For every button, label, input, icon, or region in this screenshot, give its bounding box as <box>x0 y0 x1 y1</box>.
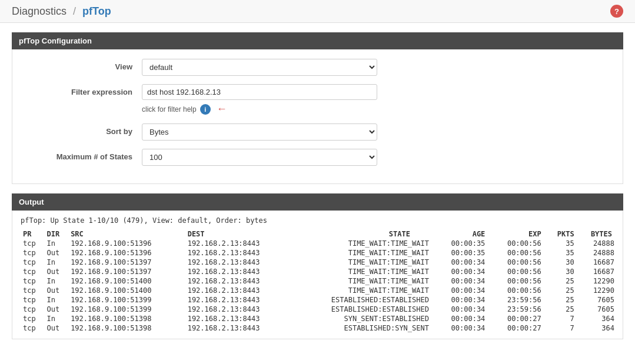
maxstates-label: Maximum # of States <box>24 149 142 161</box>
table-cell: 25 <box>546 305 579 314</box>
table-cell: tcp <box>21 295 45 305</box>
table-cell: In <box>45 239 69 248</box>
view-row: View default long state time rules size … <box>24 59 611 76</box>
table-cell: 192.168.2.13:8443 <box>185 248 291 258</box>
table-cell: 00:00:34 <box>434 314 490 323</box>
table-cell: 25 <box>546 286 579 295</box>
table-header-row: PR DIR SRC DEST STATE AGE EXP PKTS BYTES <box>21 229 614 239</box>
table-cell: 00:00:56 <box>490 248 546 258</box>
main-content: pfTop Configuration View default long st… <box>0 23 635 349</box>
table-cell: 192.168.9.100:51400 <box>68 286 185 295</box>
maxstates-control-wrap: 25 50 100 200 500 1000 <box>142 149 611 166</box>
view-control-wrap: default long state time rules size speed… <box>142 59 611 76</box>
table-cell: 192.168.2.13:8443 <box>185 286 291 295</box>
table-cell: 30 <box>546 258 579 267</box>
table-cell: 00:00:35 <box>434 239 490 248</box>
table-cell: 364 <box>579 314 614 323</box>
maxstates-row: Maximum # of States 25 50 100 200 500 10… <box>24 149 611 166</box>
col-state: STATE <box>290 229 434 239</box>
table-cell: 192.168.2.13:8443 <box>185 314 291 323</box>
table-row: tcpOut192.168.9.100:51399192.168.2.13:84… <box>21 305 614 314</box>
table-cell: 7605 <box>579 305 614 314</box>
table-cell: 192.168.2.13:8443 <box>185 258 291 267</box>
table-row: tcpOut192.168.9.100:51396192.168.2.13:84… <box>21 248 614 258</box>
table-cell: 35 <box>546 239 579 248</box>
page-header: Diagnostics / pfTop ? <box>0 0 635 23</box>
output-section-header: Output <box>12 193 623 211</box>
table-cell: 192.168.9.100:51397 <box>68 267 185 276</box>
table-cell: 00:00:34 <box>434 276 490 286</box>
col-bytes: BYTES <box>579 229 614 239</box>
table-cell: 192.168.9.100:51396 <box>68 239 185 248</box>
col-pr: PR <box>21 229 45 239</box>
table-cell: 192.168.9.100:51396 <box>68 248 185 258</box>
arrow-indicator: ← <box>217 103 227 115</box>
filter-control-wrap: click for filter help i ← <box>142 84 611 115</box>
table-cell: 192.168.2.13:8443 <box>185 305 291 314</box>
table-cell: 00:00:34 <box>434 323 490 333</box>
table-cell: 35 <box>546 248 579 258</box>
filter-help-link[interactable]: click for filter help <box>142 105 197 113</box>
table-cell: 25 <box>546 276 579 286</box>
view-label: View <box>24 59 142 71</box>
table-cell: 192.168.9.100:51399 <box>68 305 185 314</box>
maxstates-select[interactable]: 25 50 100 200 500 1000 <box>142 149 377 166</box>
table-cell: In <box>45 276 69 286</box>
table-cell: Out <box>45 267 69 276</box>
table-cell: 12290 <box>579 286 614 295</box>
table-cell: 00:00:56 <box>490 258 546 267</box>
table-cell: 192.168.2.13:8443 <box>185 323 291 333</box>
output-table: PR DIR SRC DEST STATE AGE EXP PKTS BYTES… <box>21 229 614 333</box>
table-row: tcpOut192.168.9.100:51398192.168.2.13:84… <box>21 323 614 333</box>
table-row: tcpIn192.168.9.100:51396192.168.2.13:844… <box>21 239 614 248</box>
table-cell: Out <box>45 305 69 314</box>
sortby-label: Sort by <box>24 123 142 136</box>
table-cell: 00:00:56 <box>490 286 546 295</box>
table-cell: 7605 <box>579 295 614 305</box>
page-help-icon[interactable]: ? <box>610 5 623 18</box>
table-cell: 12290 <box>579 276 614 286</box>
table-cell: 16687 <box>579 258 614 267</box>
view-select[interactable]: default long state time rules size speed… <box>142 59 377 76</box>
col-exp: EXP <box>490 229 546 239</box>
col-src: SRC <box>68 229 185 239</box>
sortby-control-wrap: None Age Bytes Dest Addr Dest Port Expir… <box>142 123 611 141</box>
table-cell: 192.168.9.100:51398 <box>68 314 185 323</box>
table-cell: 00:00:56 <box>490 239 546 248</box>
config-section-header: pfTop Configuration <box>12 32 623 49</box>
table-cell: ESTABLISHED:SYN_SENT <box>290 323 434 333</box>
sortby-select[interactable]: None Age Bytes Dest Addr Dest Port Expir… <box>142 123 377 141</box>
table-cell: 00:00:34 <box>434 305 490 314</box>
filter-row: Filter expression click for filter help … <box>24 84 611 115</box>
table-cell: 192.168.2.13:8443 <box>185 239 291 248</box>
table-cell: 192.168.9.100:51397 <box>68 258 185 267</box>
table-cell: 24888 <box>579 248 614 258</box>
filter-help-row: click for filter help i ← <box>142 103 611 115</box>
breadcrumb-parent: Diagnostics <box>12 5 67 17</box>
filter-info-icon[interactable]: i <box>200 104 211 115</box>
filter-input[interactable] <box>142 84 377 100</box>
table-cell: 192.168.9.100:51398 <box>68 323 185 333</box>
table-cell: TIME_WAIT:TIME_WAIT <box>290 267 434 276</box>
table-cell: TIME_WAIT:TIME_WAIT <box>290 276 434 286</box>
table-cell: 00:00:27 <box>490 323 546 333</box>
table-cell: tcp <box>21 314 45 323</box>
table-cell: TIME_WAIT:TIME_WAIT <box>290 248 434 258</box>
table-cell: TIME_WAIT:TIME_WAIT <box>290 239 434 248</box>
page-wrapper: Diagnostics / pfTop ? pfTop Configuratio… <box>0 0 635 364</box>
sortby-row: Sort by None Age Bytes Dest Addr Dest Po… <box>24 123 611 141</box>
col-dir: DIR <box>45 229 69 239</box>
table-cell: 192.168.2.13:8443 <box>185 267 291 276</box>
table-cell: 364 <box>579 323 614 333</box>
table-cell: 00:00:56 <box>490 267 546 276</box>
table-row: tcpIn192.168.9.100:51399192.168.2.13:844… <box>21 295 614 305</box>
table-cell: Out <box>45 248 69 258</box>
breadcrumb-sep: / <box>73 5 76 17</box>
table-cell: tcp <box>21 239 45 248</box>
breadcrumb-current: pfTop <box>82 5 111 17</box>
table-cell: 192.168.2.13:8443 <box>185 295 291 305</box>
table-cell: tcp <box>21 258 45 267</box>
table-cell: 7 <box>546 314 579 323</box>
col-pkts: PKTS <box>546 229 579 239</box>
table-cell: 00:00:27 <box>490 314 546 323</box>
